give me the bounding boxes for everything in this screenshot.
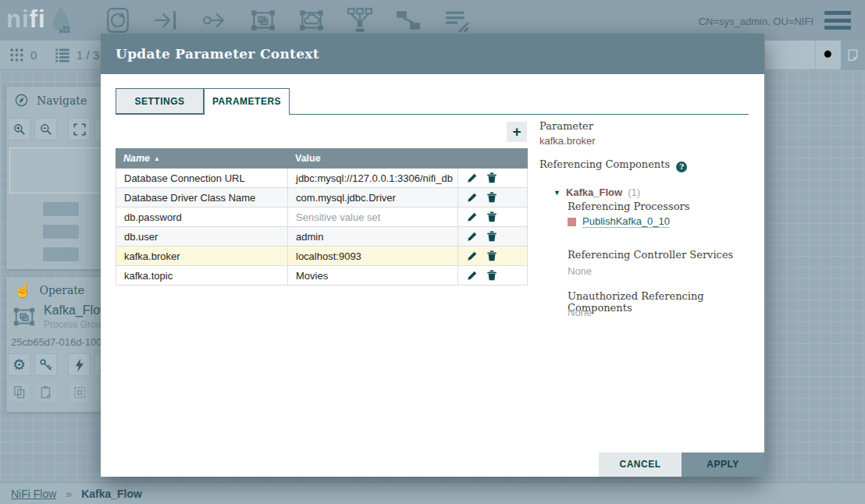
search-input[interactable] (765, 41, 816, 69)
output-port-icon[interactable] (201, 7, 228, 34)
param-value-cell: admin (287, 227, 457, 246)
referencing-components-label: Referencing Components? (539, 158, 687, 172)
search-bar (764, 41, 842, 69)
input-port-icon[interactable] (153, 7, 180, 34)
param-name-cell: kafka.broker (116, 247, 287, 265)
param-value-cell-sensitive: Sensitive value set (287, 208, 457, 226)
referencing-processor-item: PublishKafka_0_10 (568, 215, 670, 228)
navigate-title: Navigate (37, 94, 87, 107)
configure-button[interactable]: ⚙ (8, 353, 30, 376)
breadcrumb-root-link[interactable]: NiFi Flow (11, 488, 56, 500)
help-icon[interactable]: ? (676, 161, 687, 172)
selected-component-type: Process Group (44, 319, 109, 330)
processor-link[interactable]: PublishKafka_0_10 (582, 215, 670, 228)
edit-icon[interactable] (467, 192, 478, 203)
delete-icon[interactable] (486, 270, 497, 281)
breadcrumb: NiFi Flow » Kafka_Flow (0, 482, 865, 504)
process-group-badge-icon (12, 305, 36, 328)
table-row[interactable]: Database Driver Class Name com.mysql.jdb… (116, 188, 528, 208)
table-row[interactable]: db.password Sensitive value set (116, 208, 528, 227)
param-name-cell: Database Connection URL (116, 169, 287, 187)
column-header-name[interactable]: Name ▲ (116, 153, 287, 164)
param-name-cell: kafka.topic (116, 266, 287, 285)
active-threads-count: 0 (30, 48, 37, 62)
controller-services-none: None (568, 265, 592, 277)
table-header: Name ▲ Value (116, 148, 528, 169)
param-name-cell: db.user (116, 227, 287, 246)
bulletin-icon[interactable] (841, 41, 865, 69)
queued-count: 1 / 3 (77, 48, 99, 62)
edit-icon[interactable] (467, 250, 478, 261)
referencing-controller-services-label: Referencing Controller Services (568, 249, 733, 261)
access-policies-button[interactable] (34, 353, 57, 376)
tab-parameters[interactable]: PARAMETERS (204, 88, 290, 115)
edit-icon[interactable] (467, 211, 478, 222)
cancel-button[interactable]: CANCEL (599, 453, 682, 477)
param-value-cell: com.mysql.jdbc.Driver (287, 188, 457, 207)
minimap-component (43, 202, 79, 216)
value-header-label: Value (295, 153, 321, 164)
group-name: Kafka_Flow (566, 186, 622, 198)
operate-title: Operate (39, 284, 84, 296)
table-row[interactable]: kafka.topic Movies (116, 266, 528, 286)
apply-button[interactable]: APPLY (682, 453, 764, 477)
edit-icon[interactable] (467, 172, 478, 183)
table-row-selected[interactable]: kafka.broker localhost:9093 (116, 247, 528, 266)
copy-button[interactable] (8, 381, 30, 403)
delete-icon[interactable] (486, 172, 497, 183)
delete-icon[interactable] (486, 192, 497, 203)
operate-hand-icon: ☝ (14, 283, 31, 297)
dialog-header: Update Parameter Context (101, 34, 764, 74)
delete-icon[interactable] (486, 231, 497, 242)
sort-asc-icon: ▲ (154, 155, 160, 162)
remote-process-group-icon[interactable] (298, 7, 325, 34)
process-group-icon[interactable] (250, 7, 276, 34)
param-name-cell: Database Driver Class Name (116, 188, 287, 207)
edit-icon[interactable] (467, 231, 478, 242)
processor-state-icon (568, 218, 576, 226)
param-value-cell: Movies (287, 266, 457, 285)
referencing-processors-label: Referencing Processors (568, 201, 689, 212)
parameter-name-value: kafka.broker (539, 135, 596, 147)
selected-component-name: Kafka_Flow (44, 303, 109, 318)
minimap-component (43, 247, 79, 261)
zoom-out-button[interactable] (34, 118, 57, 140)
start-button[interactable] (68, 353, 91, 376)
parameter-label: Parameter (539, 120, 593, 132)
global-menu-button[interactable] (824, 11, 851, 30)
table-row[interactable]: Database Connection URL jdbc:mysql://127… (116, 169, 528, 188)
breadcrumb-current: Kafka_Flow (81, 488, 142, 500)
logo-text: ni (6, 5, 30, 34)
droplet-icon (48, 5, 74, 35)
group-reference-count: (1) (628, 186, 640, 198)
zoom-fit-button[interactable] (68, 118, 91, 140)
chevron-down-icon[interactable]: ▼ (554, 189, 561, 197)
tab-settings[interactable]: SETTINGS (116, 88, 204, 114)
dialog-tabs: SETTINGS PARAMETERS (116, 88, 749, 115)
add-parameter-button[interactable]: + (507, 122, 527, 142)
unauthorized-none: None (568, 307, 592, 318)
selected-component-id: 25cb65d7-016d-1000- (11, 336, 111, 348)
search-icon[interactable] (816, 41, 842, 69)
nifi-app: nifi (0, 0, 865, 504)
template-icon[interactable] (395, 7, 422, 34)
table-row[interactable]: db.user admin (116, 227, 528, 247)
paste-button[interactable] (34, 381, 57, 403)
param-value-cell: jdbc:mysql://127.0.0.1:3306/nifi_db (287, 169, 457, 187)
logo-text-2: fi (30, 5, 46, 34)
delete-icon[interactable] (486, 211, 497, 222)
funnel-icon[interactable] (347, 7, 373, 34)
zoom-in-button[interactable] (8, 118, 30, 140)
group-button[interactable] (68, 381, 91, 403)
active-threads-icon (9, 48, 24, 62)
parameters-table: Name ▲ Value Database Connection URL jdb… (116, 148, 528, 286)
minimap-component (43, 225, 79, 239)
unauthorized-referencing-label: Unauthorized Referencing Components (568, 290, 749, 314)
name-header-label: Name (123, 153, 150, 164)
processor-icon[interactable] (105, 7, 131, 34)
label-icon[interactable] (443, 7, 470, 34)
delete-icon[interactable] (486, 250, 497, 261)
queued-icon (55, 48, 70, 62)
edit-icon[interactable] (467, 270, 478, 281)
process-group-tree-node[interactable]: ▼ Kafka_Flow (1) (554, 186, 640, 198)
